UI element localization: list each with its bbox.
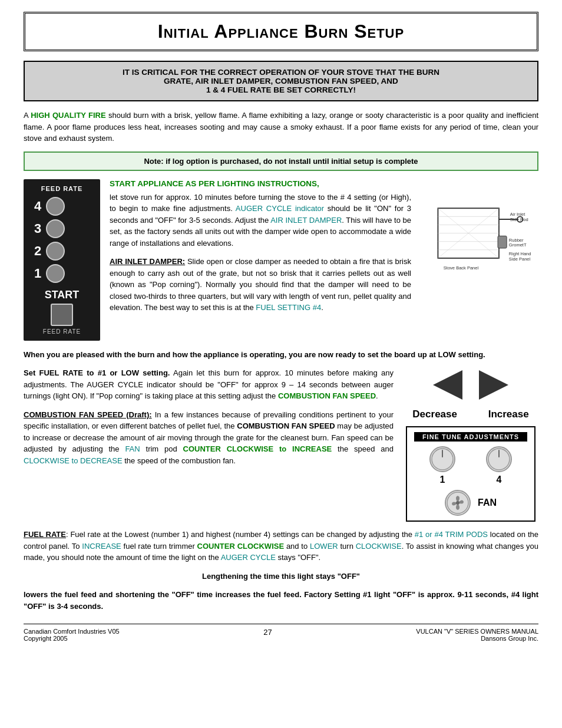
svg-text:GrometT: GrometT — [509, 242, 527, 248]
critical-line2: GRATE, AIR INLET DAMPER, COMBUSTION FAN … — [37, 77, 525, 85]
svg-point-25 — [456, 501, 459, 505]
svg-text:Side Panel: Side Panel — [509, 256, 531, 261]
start-btn-area: START FEED RATE — [43, 289, 81, 335]
svg-marker-18 — [433, 370, 462, 400]
combustion-fan-text: COMBUSTION FAN SPEED (Draft): In a few i… — [24, 409, 394, 467]
feed-rate-2: 2 — [28, 242, 95, 261]
increase-label: Increase — [488, 409, 529, 420]
start-appliance-text: let stove run for approx. 10 minutes bef… — [110, 192, 411, 249]
right-col: START APPLIANCE AS PER LIGHTING INSTRUCT… — [110, 179, 538, 341]
critical-line1: IT IS CRITICAL FOR THE CORRECT OPERATION… — [37, 68, 525, 77]
decrease-container — [427, 367, 468, 403]
main-two-col: FEED RATE 4 3 2 1 START FEED RATE START … — [24, 179, 538, 341]
right-controls: Decrease Increase FINE TUNE ADJUSTMENTS … — [403, 367, 538, 522]
feed-rate-1: 1 — [28, 264, 95, 283]
dial-3 — [46, 219, 65, 238]
counter-clockwise-increase-text: COUNTER CLOCKWISE to INCREASE — [183, 444, 332, 453]
decrease-arrow-svg — [427, 367, 468, 403]
svg-text:Side Rod: Side Rod — [510, 216, 528, 222]
pod1-label: 1 — [440, 475, 445, 485]
note-box: Note: if log option is purchased, do not… — [24, 151, 538, 171]
fan-pod — [445, 490, 471, 516]
pod4-label: 4 — [497, 475, 502, 485]
dec-inc-labels: Decrease Increase — [403, 409, 538, 420]
footer-center: 27 — [263, 628, 272, 642]
auger-cycle-text: AUGER CYCLE indicator — [236, 204, 324, 213]
increase-arrow-svg — [473, 367, 514, 403]
combustion-fan-header: COMBUSTION FAN SPEED (Draft): — [24, 410, 152, 419]
page-number: 27 — [263, 628, 272, 637]
trim-pod-4 — [486, 446, 512, 472]
main-content-area: let stove run for approx. 10 minutes bef… — [110, 192, 538, 321]
note-text: Note: if log option is purchased, do not… — [144, 157, 418, 166]
footer-right-line2: Dansons Group Inc. — [416, 635, 538, 642]
fine-tune-pods-row: 1 4 — [414, 446, 527, 485]
critical-line3: 1 & 4 FUEL RATE BE SET CORRECTLY! — [37, 85, 525, 94]
air-inlet-damper-text: AIR INLET DAMPER — [270, 216, 342, 225]
dial-2 — [46, 242, 65, 261]
start-square — [51, 304, 73, 326]
text-col: let stove run for approx. 10 minutes bef… — [110, 192, 411, 321]
air-inlet-text: AIR INLET DAMPER: Slide open or close da… — [110, 256, 411, 314]
svg-marker-19 — [479, 370, 508, 400]
lengthening-text: Lengthening the time this light stays "O… — [24, 571, 538, 582]
increase-container — [473, 367, 514, 403]
feed-rate-sub: FEED RATE — [43, 328, 81, 335]
fuel-combustion-col: Set FUEL RATE to #1 or LOW setting. Agai… — [24, 367, 394, 522]
bottom-section: Set FUEL RATE to #1 or LOW setting. Agai… — [24, 367, 538, 522]
footer-left-line1: Canadian Comfort Industries V05 — [24, 628, 120, 635]
footer-left-line2: Copyright 2005 — [24, 635, 120, 642]
footer-right: VULCAN "V" SERIES OWNERS MANUAL Dansons … — [416, 628, 538, 642]
combustion-fan-speed-text1: COMBUSTION FAN SPEED — [278, 391, 376, 400]
counter-clockwise-text: COUNTER CLOCKWISE — [197, 542, 285, 551]
critical-box: IT IS CRITICAL FOR THE CORRECT OPERATION… — [24, 61, 538, 101]
feed-rate-4: 4 — [28, 197, 95, 216]
fuel-rate-header: FUEL RATE — [24, 530, 66, 539]
high-quality-fire-text: HIGH QUALITY FIRE — [31, 111, 105, 120]
feed-rate-3: 3 — [28, 219, 95, 238]
fan-row: FAN — [414, 490, 527, 516]
footer: Canadian Comfort Industries V05 Copyrigh… — [24, 624, 538, 642]
footer-right-line1: VULCAN "V" SERIES OWNERS MANUAL — [416, 628, 538, 635]
air-inlet-header: AIR INLET DAMPER: — [110, 257, 185, 266]
footer-left: Canadian Comfort Industries V05 Copyrigh… — [24, 628, 120, 642]
intro-paragraph: A HIGH QUALITY FIRE should burn with a b… — [24, 110, 538, 144]
lowers-text-para: lowers the fuel feed and shortening the … — [24, 589, 538, 612]
fuel-setting-text: FUEL SETTING #4 — [256, 303, 321, 312]
start-label: START — [45, 289, 80, 301]
fine-tune-title: FINE TUNE ADJUSTMENTS — [414, 432, 527, 442]
page-title: Initial Appliance Burn Setup — [37, 21, 525, 42]
dial-1 — [46, 264, 65, 283]
fuel-rate-low-text: Set FUEL RATE to #1 or LOW setting. Agai… — [24, 367, 394, 402]
arrows-container — [427, 367, 514, 403]
trim-pod-1 — [429, 446, 455, 472]
feed-rate-label: FEED RATE — [41, 185, 83, 192]
dial-4 — [46, 197, 65, 216]
fine-tune-box: FINE TUNE ADJUSTMENTS 1 — [406, 426, 535, 522]
pod4-container: 4 — [486, 446, 512, 485]
start-appliance-header: START APPLIANCE AS PER LIGHTING INSTRUCT… — [110, 179, 538, 188]
pod1-container: 1 — [429, 446, 455, 485]
decrease-label: Decrease — [412, 409, 457, 420]
ready-text: When you are pleased with the burn and h… — [24, 349, 538, 361]
fan-label: FAN — [478, 498, 497, 508]
page-title-box: Initial Appliance Burn Setup — [24, 12, 538, 51]
diagram-col: Air Inlet Side Rod Rubber GrometT Stove … — [421, 192, 538, 321]
fuel-rate-para: FUEL RATE: Fuel rate at the Lowest (numb… — [24, 529, 538, 564]
svg-text:Stove Back Panel: Stove Back Panel — [444, 265, 479, 270]
stove-diagram: Air Inlet Side Rod Rubber GrometT Stove … — [424, 192, 535, 286]
feed-rate-panel: FEED RATE 4 3 2 1 START FEED RATE — [24, 179, 100, 341]
svg-rect-10 — [498, 236, 507, 248]
